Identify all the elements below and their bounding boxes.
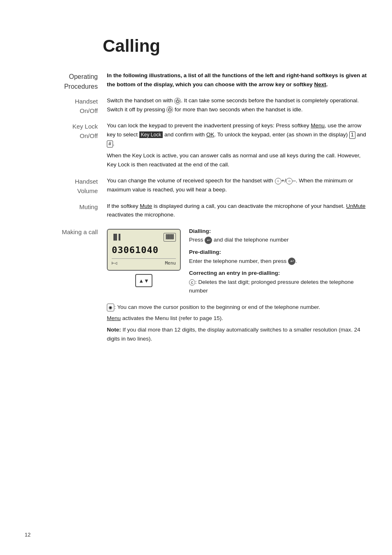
section-operating-procedures: Operating Procedures In the following il… — [25, 71, 367, 92]
section-content-operating: In the following illustrations, a list o… — [107, 71, 367, 92]
key-1-btn: 1 — [349, 131, 355, 139]
key-lock-highlight: Key Lock — [139, 131, 163, 138]
cursor-nav-icon: ◉ — [107, 304, 114, 312]
section-handset-volume: Handset Volume You can change the volume… — [25, 176, 367, 197]
section-content-handset-volume: You can change the volume of received sp… — [107, 176, 367, 197]
menu-text: Menu activates the Menu list (refer to p… — [107, 314, 367, 323]
nav-button[interactable]: ▲▼ — [135, 274, 152, 287]
power-off-icon: ⏻ — [166, 106, 173, 113]
page: Calling Operating Procedures In the foll… — [0, 0, 392, 555]
section-key-lock: Key Lock On/Off You can lock the keypad … — [25, 121, 367, 172]
c-button-icon: c — [189, 279, 195, 286]
phone-screen: ▐▌▌ ▓▓▓ 03061040 ⊢◁ Menu — [107, 229, 181, 271]
section-content-handset-onoff: Switch the handset on with ⏻. It can tak… — [107, 96, 367, 117]
battery-icon: ▓▓▓ — [164, 233, 176, 242]
phone-number-display: 03061040 — [112, 243, 176, 257]
call-button-icon: ↩ — [205, 237, 212, 244]
signal-bars-icon: ▐▌▌ — [112, 233, 122, 242]
section-label-muting: Muting — [25, 202, 107, 223]
key-hash-btn: # — [107, 140, 113, 148]
call-button-icon-2: ↩ — [288, 258, 295, 265]
section-handset-onoff: Handset On/Off Switch the handset on wit… — [25, 96, 367, 117]
section-label-operating: Operating Procedures — [25, 71, 107, 92]
page-number: 12 — [25, 531, 30, 539]
section-label-handset-volume: Handset Volume — [25, 176, 107, 197]
volume-up-icon: ○ — [275, 178, 281, 184]
softkey-left: ⊢◁ — [112, 260, 117, 267]
note-text: Note: If you dial more than 12 digits, t… — [107, 325, 367, 343]
cursor-text: ◉: You can move the cursor position to t… — [107, 303, 367, 312]
section-content-key-lock: You can lock the keypad to prevent the i… — [107, 121, 367, 172]
dialling-instructions: Dialling: Press ↩ and dial the telephone… — [189, 227, 367, 299]
section-content-making-a-call: ▐▌▌ ▓▓▓ 03061040 ⊢◁ Menu ▲▼ ▲▼ — [107, 227, 367, 343]
section-content-muting: If the softkey Mute is displayed during … — [107, 202, 367, 223]
power-icon: ⏻ — [174, 98, 181, 104]
volume-down-icon: ○ — [286, 178, 293, 184]
section-label-making-a-call: Making a call — [25, 227, 107, 343]
section-label-handset-onoff: Handset On/Off — [25, 96, 107, 117]
phone-display-illustration: ▐▌▌ ▓▓▓ 03061040 ⊢◁ Menu ▲▼ ▲▼ — [107, 227, 181, 299]
section-label-key-lock: Key Lock On/Off — [25, 121, 107, 172]
softkey-right: Menu — [165, 260, 176, 267]
section-muting: Muting If the softkey Mute is displayed … — [25, 202, 367, 223]
section-making-a-call: Making a call ▐▌▌ ▓▓▓ 03061040 ⊢◁ Menu — [25, 227, 367, 343]
page-title: Calling — [103, 33, 367, 59]
